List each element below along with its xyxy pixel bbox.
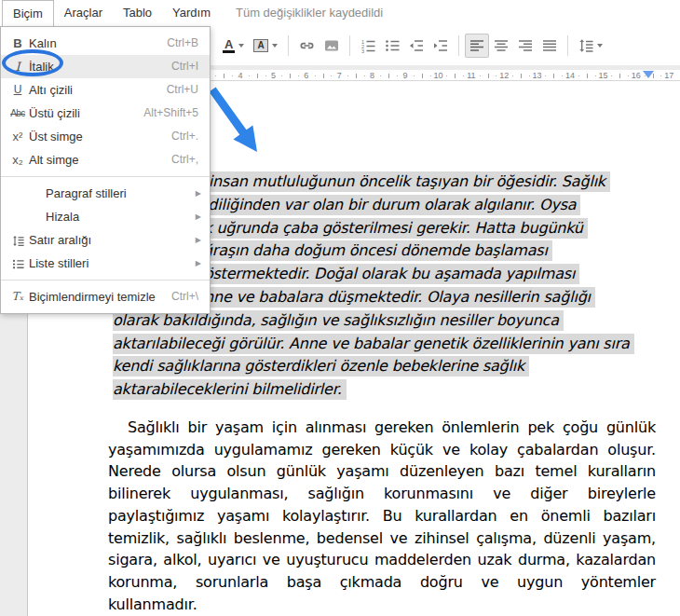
- caret-down-icon: [238, 44, 244, 48]
- decrease-indent-button[interactable]: [404, 34, 428, 58]
- list-styles-icon: [7, 252, 28, 275]
- paragraph-justified[interactable]: Sağlıklı bir yaşam için alınması gereken…: [108, 417, 656, 615]
- insert-image-button[interactable]: [320, 34, 344, 58]
- text-line: kullanmadır.: [108, 594, 656, 616]
- menu-item-ustu-cizili[interactable]: Abc Üstü çizili Alt+Shift+5: [1, 102, 210, 125]
- align-right-button[interactable]: [513, 34, 537, 58]
- justify-button[interactable]: [537, 34, 562, 58]
- line-spacing-icon: [578, 38, 593, 53]
- strikethrough-icon: Abc: [7, 102, 28, 125]
- menu-item-bicimlendirmeyi-temizle[interactable]: Tₓ Biçimlendirmeyi temizle Ctrl+\: [1, 285, 210, 308]
- numbered-list-icon: 123: [360, 38, 375, 53]
- insert-link-button[interactable]: [294, 34, 320, 58]
- text-color-button[interactable]: A: [218, 34, 249, 58]
- menu-item-alt-simge[interactable]: x₂ Alt simge Ctrl+,: [1, 148, 210, 171]
- menu-item-hizala[interactable]: Hizala ▶: [1, 205, 210, 228]
- underline-icon: U: [7, 78, 28, 102]
- align-left-button[interactable]: [465, 34, 489, 58]
- highlight-color-icon: A: [253, 39, 267, 52]
- shortcut-label: Ctrl+.: [171, 125, 198, 148]
- line-spacing-icon: [7, 228, 28, 252]
- menubar-item-yardim[interactable]: Yardım: [162, 0, 221, 26]
- superscript-icon: x²: [7, 125, 28, 148]
- text-line: paylaştığımız yaşamı kolaylaştırır. Bu k…: [108, 505, 656, 527]
- menu-item-ust-simge[interactable]: x² Üst simge Ctrl+.: [1, 125, 210, 148]
- svg-text:3: 3: [361, 48, 364, 53]
- save-status: Tüm değişiklikler kaydedildi: [236, 0, 383, 26]
- align-center-button[interactable]: [489, 34, 513, 58]
- menu-separator: [1, 176, 210, 177]
- arrow-annotation: [204, 84, 264, 157]
- highlight-color-button[interactable]: A: [249, 34, 281, 58]
- caret-down-icon: [597, 44, 603, 48]
- menubar-item-tablo[interactable]: Tablo: [113, 0, 162, 26]
- clear-formatting-icon: Tₓ: [7, 285, 28, 308]
- right-indent-marker[interactable]: [643, 71, 654, 78]
- text-line: temizlik, sağlıklı beslenme, bedensel ve…: [108, 527, 656, 550]
- toolbar-separator: [458, 35, 459, 56]
- menu-item-liste-stilleri[interactable]: Liste stilleri ▶: [1, 252, 210, 275]
- align-center-icon: [494, 38, 509, 53]
- shortcut-label: Ctrl+,: [171, 148, 198, 171]
- line-spacing-button[interactable]: [574, 34, 607, 58]
- align-left-icon: [469, 38, 484, 53]
- toolbar-separator: [288, 35, 289, 56]
- toolbar-separator: [567, 35, 568, 56]
- shortcut-label: Ctrl+U: [167, 78, 198, 102]
- menubar-item-araclar[interactable]: Araçlar: [54, 0, 113, 26]
- toolbar-separator: [349, 35, 350, 56]
- text-line: yaşamımızda uygulamamız gereken küçük ve…: [108, 439, 656, 461]
- menu-item-paragraf-stilleri[interactable]: Paragraf stilleri ▶: [1, 182, 210, 205]
- shortcut-label: Ctrl+B: [167, 32, 198, 55]
- menu-item-alti-cizili[interactable]: U Altı çizili Ctrl+U: [1, 78, 210, 102]
- caret-down-icon: [272, 44, 278, 48]
- bulleted-list-button[interactable]: [380, 34, 404, 58]
- shortcut-label: Ctrl+\: [171, 285, 198, 308]
- text-color-icon: A: [223, 38, 235, 53]
- submenu-arrow-icon: ▶: [196, 228, 201, 252]
- shortcut-label: Ctrl+I: [171, 55, 198, 78]
- align-right-icon: [518, 38, 533, 53]
- increase-indent-button[interactable]: [428, 34, 453, 58]
- submenu-arrow-icon: ▶: [196, 182, 201, 205]
- menu-item-satir-araligi[interactable]: Satır aralığı ▶: [1, 228, 210, 252]
- text-line: sigara, alkol, uyarıcı ve uyuşturucu mad…: [108, 549, 656, 571]
- text-line: korunma, sorunlarla başa çıkmada doğru v…: [108, 571, 656, 594]
- submenu-arrow-icon: ▶: [196, 252, 201, 275]
- numbered-list-button[interactable]: 123: [356, 34, 380, 58]
- text-line: bilinerek uygulanması, sağlığın korunmas…: [108, 483, 656, 505]
- justify-icon: [542, 38, 557, 53]
- image-icon: [324, 38, 339, 53]
- submenu-arrow-icon: ▶: [196, 205, 201, 228]
- menubar-item-bicim[interactable]: Biçim: [2, 0, 54, 26]
- shortcut-label: Alt+Shift+5: [143, 102, 198, 125]
- text-line: Sağlıklı bir yaşam için alınması gereken…: [108, 417, 656, 439]
- link-icon: [299, 38, 315, 53]
- text-line: kendi sağlıklarına gösterdikleri özenle …: [113, 355, 634, 378]
- menu-separator: [1, 280, 210, 281]
- decrease-indent-icon: [409, 38, 424, 53]
- text-line: Nerede olursa olsun günlük yaşamı düzenl…: [108, 460, 656, 483]
- subscript-icon: x₂: [7, 148, 28, 171]
- bulleted-list-icon: [385, 38, 400, 53]
- text-line: aktarabileceklerini bilmelidirler.: [113, 378, 634, 402]
- menu-bar: Biçim Araçlar Tablo Yardım Tüm değişikli…: [0, 0, 680, 26]
- circle-annotation: [2, 49, 63, 76]
- increase-indent-icon: [433, 38, 448, 53]
- text-line: aktarılabileceği görülür. Anne ve babala…: [113, 333, 634, 356]
